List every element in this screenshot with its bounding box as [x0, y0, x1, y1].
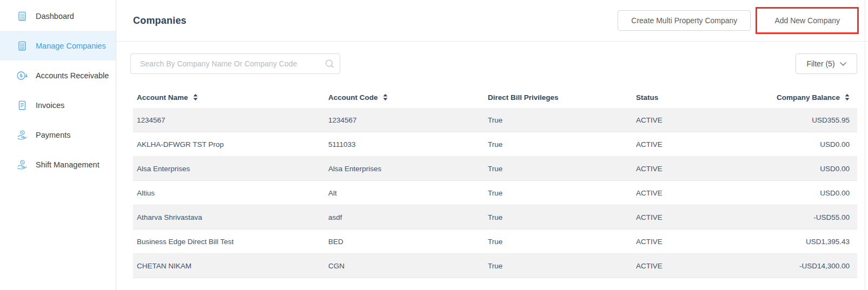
building-icon [16, 11, 28, 22]
cell-account-name: 1234567 [137, 116, 328, 124]
table-row[interactable]: CHETAN NIKAM CGN True ACTIVE -USD14,300.… [133, 254, 857, 278]
cell-account-name: Atharva Shrivastava [137, 213, 328, 221]
search-icon [325, 59, 334, 69]
cell-status: ACTIVE [636, 262, 760, 270]
cell-account-code: CGN [328, 262, 488, 270]
cell-balance: USD0.00 [760, 189, 857, 197]
cell-account-name: CHETAN NIKAM [137, 262, 328, 270]
column-header-label: Account Name [137, 93, 188, 102]
sort-icon[interactable] [845, 94, 850, 100]
filter-label: Filter (5) [806, 59, 834, 68]
search-input[interactable] [130, 53, 340, 74]
filter-button[interactable]: Filter (5) [796, 53, 857, 74]
table-row[interactable]: Altius Alt True ACTIVE USD0.00 [133, 181, 857, 205]
table-header-row: Account Name Account Code Direct Bill Pr… [133, 86, 857, 108]
main-content: Companies Create Multi Property Company … [116, 0, 868, 290]
cell-balance: USD0.00 [760, 140, 857, 149]
column-header-label: Direct Bill Privileges [488, 93, 559, 102]
sidebar-item-invoices[interactable]: Invoices [0, 90, 116, 120]
sidebar-item-label: Payments [36, 131, 70, 139]
hand-coin-icon [16, 159, 28, 170]
invoice-icon [16, 100, 28, 111]
cell-status: ACTIVE [636, 140, 760, 149]
sidebar-item-label: Shift Management [36, 160, 100, 169]
cell-account-name: Altius [137, 189, 328, 197]
cell-direct-bill: True [488, 238, 636, 246]
page-edge-divider [865, 0, 865, 290]
cell-direct-bill: True [488, 165, 636, 173]
companies-table: Account Name Account Code Direct Bill Pr… [133, 86, 857, 278]
cell-account-code: Alt [328, 189, 488, 197]
cell-direct-bill: True [488, 262, 636, 270]
column-header-label: Status [636, 93, 658, 102]
sidebar-item-label: Invoices [36, 101, 64, 110]
page-header: Companies Create Multi Property Company … [116, 0, 868, 42]
sort-icon[interactable] [383, 94, 388, 100]
search-wrap [130, 53, 340, 74]
cell-balance: USD0.00 [760, 165, 857, 173]
cell-account-code: BED [328, 238, 488, 246]
add-new-company-button[interactable]: Add New Company [759, 10, 856, 31]
column-header-status: Status [636, 93, 760, 102]
sidebar-item-label: Accounts Receivable [36, 71, 109, 80]
cell-account-code: 5111033 [328, 140, 488, 149]
toolbar: Filter (5) [130, 53, 857, 74]
cell-direct-bill: True [488, 140, 636, 149]
cell-status: ACTIVE [636, 213, 760, 221]
column-header-company-balance[interactable]: Company Balance [760, 93, 857, 102]
chevron-down-icon [840, 62, 846, 66]
sidebar-item-shift-management[interactable]: Shift Management [0, 150, 116, 179]
cell-balance: -USD55.00 [760, 213, 857, 221]
svg-text:$: $ [19, 72, 23, 78]
cell-account-code: Alsa Enterprises [328, 165, 488, 173]
companies-page: Dashboard Manage Companies $ Accounts Re… [0, 0, 868, 290]
sidebar-item-label: Manage Companies [36, 42, 106, 50]
column-header-account-code[interactable]: Account Code [328, 93, 488, 102]
cell-status: ACTIVE [636, 238, 760, 246]
sidebar-item-payments[interactable]: Payments [0, 120, 116, 150]
sidebar-item-dashboard[interactable]: Dashboard [0, 1, 116, 31]
sidebar-item-manage-companies[interactable]: Manage Companies [0, 31, 116, 60]
cell-account-name: Business Edge Direct Bill Test [137, 238, 328, 246]
sidebar: Dashboard Manage Companies $ Accounts Re… [0, 0, 116, 290]
column-header-account-name[interactable]: Account Name [137, 93, 328, 102]
table-row[interactable]: Business Edge Direct Bill Test BED True … [133, 230, 857, 254]
column-header-label: Company Balance [777, 93, 840, 102]
building-icon [16, 41, 28, 51]
table-row[interactable]: 1234567 1234567 True ACTIVE USD355.95 [133, 108, 857, 132]
cell-status: ACTIVE [636, 165, 760, 173]
cell-balance: USD1,395.43 [760, 238, 857, 246]
cell-direct-bill: True [488, 116, 636, 124]
header-buttons: Create Multi Property Company Add New Co… [618, 7, 859, 34]
column-header-direct-bill-privileges: Direct Bill Privileges [488, 93, 636, 102]
cell-account-code: asdf [328, 213, 488, 221]
sort-icon[interactable] [193, 94, 198, 100]
table-row[interactable]: AKLHA-DFWGR TST Prop 5111033 True ACTIVE… [133, 132, 857, 157]
cell-balance: USD355.95 [760, 116, 857, 124]
highlight-box: Add New Company [756, 7, 859, 34]
cell-direct-bill: True [488, 213, 636, 221]
hand-coin-icon [16, 130, 28, 140]
cell-balance: -USD14,300.00 [760, 262, 857, 270]
cell-account-name: AKLHA-DFWGR TST Prop [137, 140, 328, 149]
table-row[interactable]: Alsa Enterprises Alsa Enterprises True A… [133, 157, 857, 181]
cell-status: ACTIVE [636, 189, 760, 197]
cell-account-code: 1234567 [328, 116, 488, 124]
sidebar-item-accounts-receivable[interactable]: $ Accounts Receivable [0, 60, 116, 90]
page-title: Companies [133, 15, 187, 26]
cell-direct-bill: True [488, 189, 636, 197]
table-row[interactable]: Atharva Shrivastava asdf True ACTIVE -US… [133, 205, 857, 230]
column-header-label: Account Code [328, 93, 378, 102]
sidebar-item-label: Dashboard [36, 12, 74, 21]
create-multi-property-company-button[interactable]: Create Multi Property Company [618, 10, 751, 31]
dollar-circle-icon: $ [16, 70, 28, 81]
table-body: 1234567 1234567 True ACTIVE USD355.95 AK… [133, 108, 857, 278]
cell-status: ACTIVE [636, 116, 760, 124]
cell-account-name: Alsa Enterprises [137, 165, 328, 173]
